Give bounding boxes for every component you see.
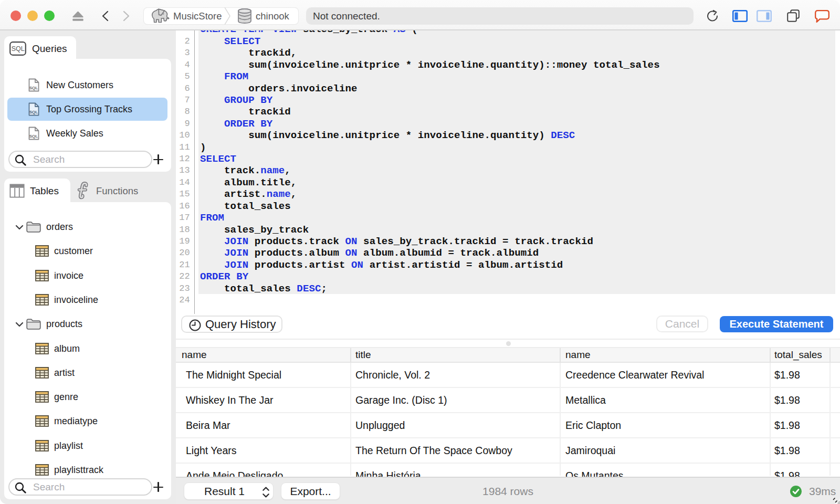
svg-text:SQL: SQL — [29, 110, 38, 114]
svg-text:SQL: SQL — [29, 86, 38, 90]
svg-text:SQL: SQL — [29, 134, 38, 139]
svg-text:SQL: SQL — [12, 45, 25, 52]
